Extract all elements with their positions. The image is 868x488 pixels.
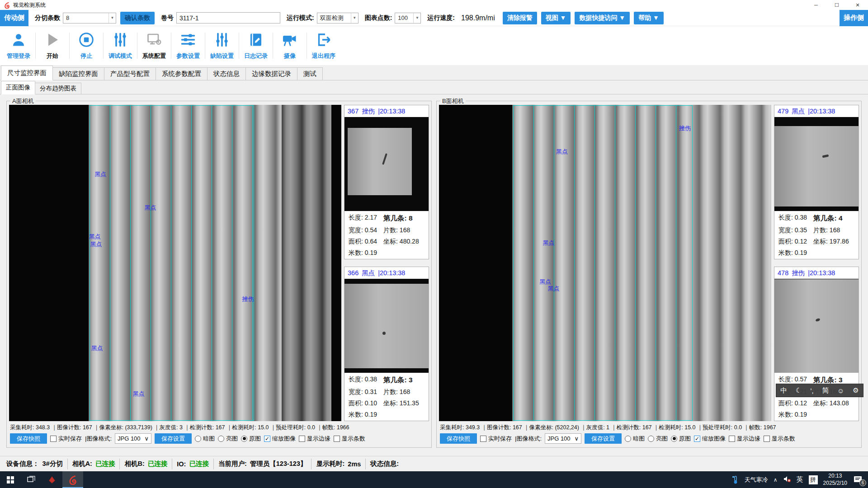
width-label: 宽度: bbox=[778, 226, 793, 234]
tray-expand-caret-icon[interactable]: ∧ bbox=[774, 477, 778, 483]
toolbar-button-play[interactable]: 开始 bbox=[36, 29, 69, 62]
defect-card[interactable]: 367挫伤|20:13:38长度: 2.17第几条: 8宽度: 0.54片数: … bbox=[344, 105, 429, 259]
notification-center-button[interactable]: 6 bbox=[853, 475, 864, 485]
realtime-save-checkbox[interactable] bbox=[50, 436, 57, 442]
run-mode-select[interactable]: 双面检测 ▼ bbox=[317, 13, 359, 23]
ime-punctuation-icon[interactable]: ’, bbox=[810, 387, 814, 394]
original-image-radio[interactable] bbox=[671, 436, 677, 442]
toolbar-button-system-config[interactable]: 系统配置 bbox=[137, 29, 171, 62]
zoom-image-checkbox[interactable]: ✓ bbox=[694, 436, 700, 442]
minimize-button[interactable]: ─ bbox=[806, 0, 826, 10]
toolbar-button-log[interactable]: 日志记录 bbox=[239, 29, 273, 62]
strip-value: 3 bbox=[839, 376, 843, 384]
defect-card-header: 367挫伤|20:13:38 bbox=[344, 105, 429, 117]
defect-annotation: 挫伤 bbox=[679, 124, 691, 132]
tab-5[interactable]: 边缘数据记录 bbox=[245, 67, 297, 80]
windows-start-icon bbox=[7, 476, 14, 483]
roll-number-input[interactable] bbox=[176, 12, 280, 23]
defect-thumbnail bbox=[344, 279, 429, 373]
toolbar-button-camera[interactable]: 摄像 bbox=[273, 29, 307, 62]
show-edge-checkbox[interactable] bbox=[729, 436, 735, 442]
ime-mode-chinese[interactable]: 中 bbox=[780, 386, 787, 395]
coord-value: 480.28 bbox=[400, 238, 419, 245]
maximize-button[interactable]: ☐ bbox=[826, 0, 847, 10]
toolbar-button-debug-sliders[interactable]: 调试模式 bbox=[104, 29, 137, 62]
save-snapshot-button[interactable]: 保存快照 bbox=[10, 433, 47, 444]
defect-card[interactable]: 479黑点|20:13:38长度: 0.38第几条: 4宽度: 0.35片数: … bbox=[774, 105, 859, 259]
language-indicator[interactable]: 英 bbox=[797, 475, 803, 484]
defect-annotation: 黑点 bbox=[144, 204, 156, 212]
tab-1[interactable]: 缺陷监控界面 bbox=[52, 67, 104, 80]
view-menu-button[interactable]: 视图 ▼ bbox=[541, 12, 571, 24]
show-strip-count-checkbox[interactable] bbox=[334, 436, 340, 442]
clear-alarm-button[interactable]: 清除报警 bbox=[503, 12, 537, 24]
bright-image-radio[interactable] bbox=[218, 436, 224, 442]
pinned-app-button[interactable] bbox=[42, 471, 62, 488]
log-icon bbox=[248, 32, 264, 50]
volume-muted-icon[interactable] bbox=[783, 475, 791, 484]
tab-3[interactable]: 系统参数配置 bbox=[156, 67, 208, 80]
meters-value: 0.19 bbox=[365, 411, 377, 418]
quick-access-menu-button[interactable]: 数据快捷访问 ▼ bbox=[575, 12, 630, 24]
help-menu-button[interactable]: 帮助 ▼ bbox=[634, 12, 664, 24]
clock[interactable]: 20:13 2025/2/10 bbox=[823, 473, 847, 487]
tab-6[interactable]: 测试 bbox=[297, 67, 323, 80]
toolbar-button-param-sliders[interactable]: 参数设置 bbox=[171, 29, 205, 62]
area-label: 面积: bbox=[778, 238, 793, 245]
task-view-button[interactable] bbox=[21, 471, 42, 488]
save-settings-button[interactable]: 保存设置 bbox=[155, 433, 192, 444]
dark-image-radio[interactable] bbox=[625, 436, 631, 442]
camera-b-status-value: 已连接 bbox=[148, 460, 168, 468]
chart-points-select[interactable]: 100 ▼ bbox=[395, 13, 421, 23]
defect-annotation: 黑点 bbox=[548, 285, 560, 293]
ime-settings-gear-icon[interactable]: ⚙ bbox=[853, 386, 859, 394]
image-format-select[interactable]: JPG 100 ∨ bbox=[545, 433, 581, 444]
length-value: 2.17 bbox=[365, 214, 377, 221]
save-snapshot-button[interactable]: 保存快照 bbox=[440, 433, 477, 444]
image-format-select[interactable]: JPG 100 ∨ bbox=[115, 433, 151, 444]
toolbar-button-stop[interactable]: 停止 bbox=[70, 29, 103, 62]
start-button[interactable] bbox=[0, 471, 21, 488]
zoom-image-checkbox[interactable]: ✓ bbox=[264, 436, 270, 442]
save-settings-button[interactable]: 保存设置 bbox=[585, 433, 622, 444]
toolbar-button-defect-settings[interactable]: 缺陷设置 bbox=[205, 29, 239, 62]
subtab-0[interactable]: 正面图像 bbox=[1, 81, 35, 94]
toolbar-button-exit[interactable]: 退出程序 bbox=[307, 29, 340, 62]
show-strip-count-checkbox[interactable] bbox=[764, 436, 770, 442]
subtab-1[interactable]: 分布趋势图表 bbox=[35, 83, 81, 94]
realtime-save-checkbox[interactable] bbox=[480, 436, 486, 442]
confirm-count-button[interactable]: 确认条数 bbox=[120, 12, 155, 24]
defect-card[interactable]: 478挫伤|20:13:38长度: 0.57第几条: 3宽度: 0.21片数: … bbox=[774, 267, 859, 421]
close-button[interactable]: ✕ bbox=[847, 0, 868, 10]
slit-count-label: 分切条数 bbox=[35, 14, 60, 22]
clock-date: 2025/2/10 bbox=[823, 480, 847, 487]
dark-image-radio[interactable] bbox=[195, 436, 201, 442]
show-edge-checkbox[interactable] bbox=[299, 436, 305, 442]
camera-a-image[interactable]: 黑点黑点黑点黑点挫伤黑点黑点 bbox=[9, 105, 341, 421]
width-label: 宽度: bbox=[349, 388, 363, 395]
ime-simplified-icon[interactable]: 简 bbox=[822, 386, 829, 395]
defect-type: 挫伤 bbox=[792, 269, 805, 277]
defect-card[interactable]: 366黑点|20:13:38长度: 0.38第几条: 3宽度: 0.31片数: … bbox=[344, 267, 429, 421]
camera-b-image[interactable]: 挫伤黑点黑点黑点黑点 bbox=[439, 105, 771, 421]
run-speed-value: 198.9m/mi bbox=[458, 14, 499, 22]
ime-moon-icon[interactable]: ☾ bbox=[796, 386, 802, 394]
strip-label: 第几条: bbox=[383, 214, 407, 222]
weather-text[interactable]: 天气寒冷 bbox=[745, 476, 768, 484]
ime-emoji-icon[interactable]: ☺ bbox=[837, 387, 844, 394]
bright-image-radio[interactable] bbox=[648, 436, 654, 442]
defect-type: 黑点 bbox=[362, 269, 375, 277]
tab-4[interactable]: 状态信息 bbox=[207, 67, 246, 80]
pinned-app-icon bbox=[47, 475, 57, 484]
slit-count-select[interactable]: 8 ▼ bbox=[63, 13, 116, 23]
tab-2[interactable]: 产品型号配置 bbox=[104, 67, 156, 80]
ime-indicator[interactable]: 拼 bbox=[809, 475, 818, 484]
tab-0[interactable]: 尺寸监控界面 bbox=[1, 66, 53, 80]
inspection-app-taskbar-button[interactable] bbox=[62, 471, 83, 488]
defect-number: 366 bbox=[348, 269, 359, 277]
toolbar-button-user[interactable]: 管理登录 bbox=[2, 29, 35, 62]
panel-b-status-line: 采集耗时: 349.3 ｜图像计数: 167 ｜像素坐标: (5202,24) … bbox=[439, 421, 859, 433]
system-tray: 天气寒冷 ∧ 英 拼 20:13 2025/2/10 6 bbox=[732, 473, 868, 487]
original-image-radio[interactable] bbox=[241, 436, 247, 442]
display-time-label: 显示耗时: bbox=[316, 460, 344, 468]
